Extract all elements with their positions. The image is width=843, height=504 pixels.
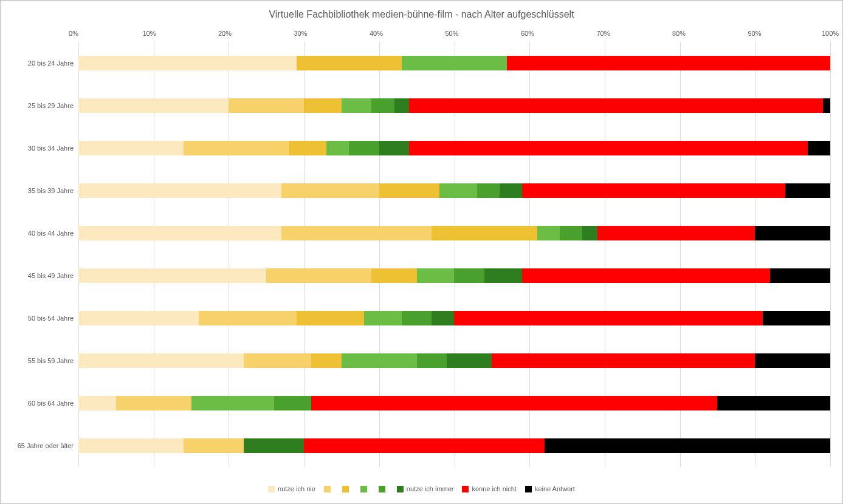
bar-row: 65 Jahre oder älter <box>13 424 830 467</box>
stacked-bar <box>78 226 830 240</box>
category-label: 50 bis 54 Jahre <box>13 315 78 322</box>
bar-segment <box>311 396 717 410</box>
bar-segment <box>266 268 371 283</box>
bar-segment <box>342 353 417 368</box>
bar-segment <box>500 183 522 198</box>
stacked-bar <box>78 396 830 410</box>
bar-segment <box>78 311 199 325</box>
bar-segment <box>379 183 439 198</box>
bar-segment <box>199 311 297 325</box>
bar-segment <box>755 226 830 240</box>
legend-label: keine Antwort <box>535 485 575 492</box>
stacked-bar <box>78 353 830 368</box>
bar-segment <box>454 268 484 283</box>
bar-segment <box>477 183 500 198</box>
bar-segment <box>522 268 770 283</box>
bar-row: 35 bis 39 Jahre <box>13 169 830 212</box>
category-label: 35 bis 39 Jahre <box>13 187 78 194</box>
bar-segment <box>184 438 244 453</box>
bar-row: 30 bis 34 Jahre <box>13 127 830 169</box>
bar-segment <box>432 226 537 240</box>
x-tick: 40% <box>370 30 383 37</box>
bar-segment <box>244 353 311 368</box>
legend-item: kenne ich nicht <box>462 485 516 492</box>
bar-segment <box>560 226 582 240</box>
bar-segment <box>297 311 364 325</box>
legend-swatch <box>360 486 367 492</box>
bar-segment <box>78 268 266 283</box>
bar-segment <box>785 183 830 198</box>
bar-row: 45 bis 49 Jahre <box>13 254 830 297</box>
bar-row: 40 bis 44 Jahre <box>13 212 830 254</box>
bar-segment <box>717 396 830 410</box>
legend-label: nutze ich immer <box>407 485 454 492</box>
category-label: 60 bis 64 Jahre <box>13 400 78 407</box>
bar-segment <box>244 438 304 453</box>
legend-swatch <box>324 486 331 492</box>
bar-segment <box>402 311 432 325</box>
bar-row: 20 bis 24 Jahre <box>13 42 830 84</box>
bar-segment <box>274 396 312 410</box>
bar-segment <box>78 396 116 410</box>
stacked-bar <box>78 311 830 325</box>
bar-segment <box>78 183 281 198</box>
bar-segment <box>409 98 822 113</box>
legend-swatch <box>268 486 275 492</box>
category-label: 40 bis 44 Jahre <box>13 230 78 237</box>
plot-area: 0%10%20%30%40%50%60%70%80%90%100% 20 bis… <box>13 30 830 467</box>
bar-segment <box>191 396 274 410</box>
x-tick: 30% <box>294 30 307 37</box>
x-tick: 20% <box>218 30 232 37</box>
legend: nutze ich nienutze ich immerkenne ich ni… <box>1 485 842 492</box>
bar-segment <box>116 396 191 410</box>
bar-segment <box>289 141 326 155</box>
bar-segment <box>78 353 244 368</box>
stacked-bar <box>78 268 830 283</box>
legend-item <box>360 486 370 492</box>
legend-label: nutze ich nie <box>278 485 315 492</box>
bar-segment <box>447 353 492 368</box>
bar-segment <box>522 183 785 198</box>
legend-item: nutze ich immer <box>397 485 454 492</box>
bar-segment <box>432 311 454 325</box>
legend-swatch <box>397 486 404 492</box>
bar-segment <box>349 141 379 155</box>
legend-item <box>324 486 334 492</box>
stacked-bar <box>78 98 830 113</box>
legend-swatch <box>342 486 349 492</box>
bar-segment <box>311 353 341 368</box>
bar-segment <box>507 56 830 70</box>
legend-item <box>379 486 388 492</box>
bar-segment <box>537 226 560 240</box>
bar-segment <box>229 98 304 113</box>
bar-segment <box>582 226 597 240</box>
legend-swatch <box>462 486 469 492</box>
x-tick: 80% <box>672 30 686 37</box>
bar-segment <box>439 183 477 198</box>
bar-segment <box>281 183 379 198</box>
legend-label: kenne ich nicht <box>472 485 516 492</box>
bar-segment <box>78 141 184 155</box>
bar-segment <box>492 353 755 368</box>
legend-swatch <box>525 486 532 492</box>
bar-segment <box>394 98 410 113</box>
bar-row: 55 bis 59 Jahre <box>13 339 830 382</box>
bar-segment <box>763 311 830 325</box>
category-label: 55 bis 59 Jahre <box>13 357 78 364</box>
bar-segment <box>454 311 762 325</box>
category-label: 65 Jahre oder älter <box>13 442 78 449</box>
stacked-bar <box>78 56 830 70</box>
bar-segment <box>78 438 184 453</box>
bar-segment <box>371 268 416 283</box>
legend-item <box>342 486 352 492</box>
category-label: 30 bis 34 Jahre <box>13 145 78 152</box>
x-tick: 50% <box>445 30 458 37</box>
bar-segment <box>304 438 545 453</box>
x-tick: 70% <box>596 30 610 37</box>
bar-row: 25 bis 29 Jahre <box>13 84 830 127</box>
category-label: 25 bis 29 Jahre <box>13 102 78 109</box>
bar-segment <box>484 268 522 283</box>
x-axis-top: 0%10%20%30%40%50%60%70%80%90%100% <box>13 30 830 42</box>
bar-segment <box>78 98 229 113</box>
bar-segment <box>78 56 297 70</box>
